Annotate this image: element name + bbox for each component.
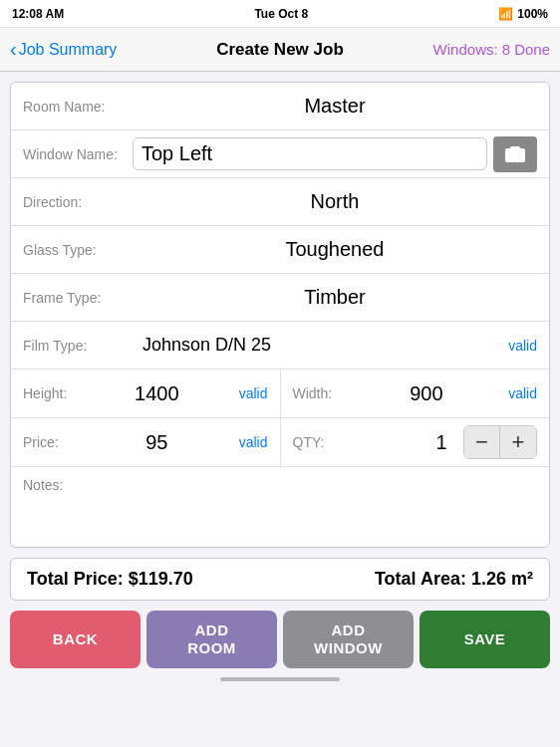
price-qty-row: Price: 95 valid QTY: 1 − + [11, 418, 549, 467]
price-cell: Price: 95 valid [11, 418, 281, 466]
height-valid: valid [239, 385, 268, 401]
glass-type-label: Glass Type: [23, 242, 133, 258]
notes-row: Notes: [11, 467, 549, 547]
height-value: 1400 [83, 382, 231, 405]
qty-cell: QTY: 1 − + [281, 418, 550, 466]
save-button[interactable]: SAVE [420, 611, 550, 668]
direction-row: Direction: North [11, 178, 549, 226]
frame-type-row: Frame Type: Timber [11, 274, 549, 322]
camera-button[interactable] [493, 136, 537, 172]
width-valid: valid [508, 385, 537, 401]
status-indicators: 📶 100% [498, 7, 548, 21]
status-time: 12:08 AM [12, 7, 64, 21]
height-width-row: Height: 1400 valid Width: 900 valid [11, 370, 549, 418]
nav-bar: ‹ Job Summary Create New Job Windows: 8 … [0, 28, 560, 72]
stepper-decrement[interactable]: − [464, 426, 500, 458]
height-label: Height: [23, 385, 83, 401]
nav-title: Create New Job [216, 28, 344, 72]
price-label: Price: [23, 434, 83, 450]
back-action-button[interactable]: BACK [10, 611, 140, 668]
window-name-input[interactable] [133, 137, 487, 170]
direction-label: Direction: [23, 194, 133, 210]
camera-icon [503, 144, 527, 164]
frame-type-label: Frame Type: [23, 290, 133, 306]
qty-label: QTY: [293, 434, 353, 450]
film-type-label: Film Type: [23, 338, 133, 354]
price-value: 95 [83, 431, 231, 454]
home-indicator [0, 668, 560, 690]
width-value: 900 [353, 382, 501, 405]
film-type-valid: valid [508, 338, 537, 354]
qty-stepper-group: 1 − + [353, 425, 538, 459]
total-bar: Total Price: $119.70 Total Area: 1.26 m² [10, 558, 550, 601]
notes-label: Notes: [23, 477, 83, 493]
film-type-value: Johnson D/N 25 [133, 335, 500, 356]
window-name-label: Window Name: [23, 146, 133, 162]
width-cell: Width: 900 valid [281, 370, 550, 417]
wifi-icon: 📶 [498, 7, 513, 21]
windows-count: Windows: 8 [433, 41, 511, 58]
direction-value: North [133, 190, 537, 213]
total-price: Total Price: $119.70 [27, 569, 193, 590]
status-date: Tue Oct 8 [254, 7, 308, 21]
price-valid: valid [239, 434, 268, 450]
qty-value: 1 [429, 431, 453, 454]
battery-icon: 100% [517, 7, 548, 21]
home-bar [220, 677, 340, 681]
back-label: Job Summary [19, 41, 118, 59]
room-name-label: Room Name: [23, 99, 133, 115]
form-area: Room Name: Master Window Name: Direction… [10, 82, 550, 548]
chevron-left-icon: ‹ [10, 38, 17, 61]
qty-stepper: − + [463, 425, 537, 459]
add-room-button[interactable]: ADD ROOM [146, 611, 277, 668]
room-name-row: Room Name: Master [11, 83, 549, 130]
total-area: Total Area: 1.26 m² [375, 569, 533, 590]
glass-type-row: Glass Type: Toughened [11, 226, 549, 274]
width-label: Width: [293, 385, 353, 401]
stepper-increment[interactable]: + [500, 426, 536, 458]
back-button[interactable]: ‹ Job Summary [10, 38, 117, 61]
notes-input[interactable] [83, 477, 537, 537]
film-type-row: Film Type: Johnson D/N 25 valid [11, 322, 549, 370]
add-window-button[interactable]: ADD WINDOW [283, 611, 414, 668]
nav-right-area: Windows: 8 Done [433, 41, 550, 58]
window-name-row: Window Name: [11, 130, 549, 178]
done-button[interactable]: Done [514, 41, 550, 58]
height-cell: Height: 1400 valid [11, 370, 281, 417]
status-bar: 12:08 AM Tue Oct 8 📶 100% [0, 0, 560, 28]
glass-type-value: Toughened [133, 238, 537, 261]
button-row: BACK ADD ROOM ADD WINDOW SAVE [10, 611, 550, 668]
frame-type-value: Timber [133, 286, 537, 309]
room-name-value: Master [133, 95, 537, 118]
